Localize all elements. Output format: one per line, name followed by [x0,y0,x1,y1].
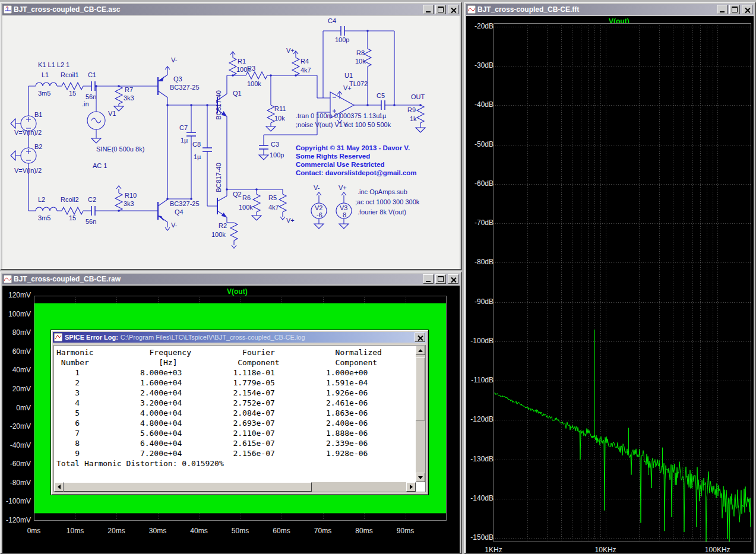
schematic-text: C1 [88,71,96,78]
minimize-button[interactable] [423,5,434,14]
schematic-text: 100k [211,231,226,238]
schematic-window-titlebar[interactable]: BJT_cross-coupled_CB-CE.asc [2,4,460,15]
schematic-text: .inc OpAmps.sub [358,188,407,195]
fft-y-tick-label: -80dB [466,258,494,266]
horizontal-scrollbar[interactable] [54,482,416,492]
schematic-text: -6 [317,211,322,219]
waveform-window-titlebar[interactable]: BJT_cross-coupled_CB-CE.raw [2,274,460,284]
fourier-analysis-text: Harmonic Frequency Fourier Normalized Nu… [54,346,425,468]
maximize-icon [438,276,444,282]
raw-y-tick-label: -60mV [4,460,31,468]
schematic-text: Q3 [173,75,182,83]
vertical-scrollbar[interactable] [416,346,425,482]
schematic-text: 1k [410,115,417,122]
schematic-text: 3k3 [124,94,134,102]
scroll-up-button[interactable] [416,346,425,355]
close-icon [451,277,456,282]
fft-y-tick-label: -130dB [466,455,494,463]
schematic-text: Contact: davorslistdepot@gmail.com [296,169,417,176]
schematic-text: V- [171,221,178,229]
schematic-text: 8 [343,211,346,219]
horizontal-scroll-thumb[interactable] [64,482,312,492]
schematic-drawing: K1 L1 L2 1L13m5Rcoil115C156nR73k3Q3BC327… [2,16,460,269]
schematic-text: 56n [86,93,96,100]
fft-x-tick-label: 1KHz [476,546,511,553]
schematic-text: V3 [340,204,347,211]
fft-plot-area: V(out) -20dB-30dB-40dB-50dB-60dB-70dB-80… [466,16,754,553]
schematic-text: BC327-25 [170,84,200,91]
schematic-text: R1 [238,58,246,65]
schematic-window-title: BJT_cross-coupled_CB-CE.asc [14,5,421,14]
minimize-button[interactable] [717,5,727,14]
fft-y-tick-label: -40dB [466,100,494,109]
maximize-icon [438,7,444,12]
waveform-window: BJT_cross-coupled_CB-CE.raw V(out) 120mV… [0,271,462,554]
bjt-arrow-icon [158,77,164,81]
scroll-left-button[interactable] [54,482,64,492]
raw-y-tick-label: -20mV [4,422,31,430]
schematic-text: R11 [274,105,286,112]
waveform-plot-area: V(out) 120mV100mV80mV60mV40mV20mV0mV-20m… [2,286,460,553]
schematic-text: V- [343,121,350,128]
fft-window-title: BJT_cross-coupled_CB-CE.fft [477,5,715,14]
scroll-right-button[interactable] [406,482,416,492]
close-button[interactable] [448,5,458,14]
raw-x-tick-label: 0ms [16,527,52,535]
fft-y-tick-label: -90dB [466,297,494,306]
spice-error-log-path: C:\Program Files\LTC\LTspiceIV\BJT_cross… [121,334,412,341]
raw-y-tick-label: 120mV [4,291,31,299]
schematic-text: .in [82,100,89,107]
schematic-canvas-area[interactable]: K1 L1 L2 1L13m5Rcoil115C156nR73k3Q3BC327… [2,16,460,269]
vertical-scroll-thumb[interactable] [416,357,425,420]
schematic-text: R6 [242,194,251,201]
schematic-text: L1 [42,71,49,78]
minimize-icon [426,11,431,12]
schematic-text: V- [171,56,178,64]
schematic-text: R4 [300,58,309,65]
schematic-text: 4k7 [300,67,311,74]
schematic-text: 10k [355,58,366,65]
schematic-text: R10 [125,192,137,199]
schematic-text: 100p [270,151,284,159]
close-button[interactable] [448,274,458,284]
schematic-text: R9 [407,106,416,113]
schematic-text: 1µ [181,137,188,144]
schematic-text: SINE(0 500u 8k) [96,145,144,153]
minimize-button[interactable] [423,274,434,284]
schematic-text: 56n [86,218,96,225]
maximize-button[interactable] [435,5,446,14]
spice-error-log-titlebar[interactable]: SPICE Error Log: C:\Program Files\LTC\LT… [53,332,426,343]
raw-y-tick-label: 40mV [4,366,31,374]
fft-plot-canvas[interactable] [494,23,751,542]
maximize-button[interactable] [435,274,446,284]
schematic-text: V+ [339,184,347,191]
raw-x-tick-label: 80ms [346,527,382,535]
schematic-text: V+ [343,84,352,91]
spice-error-log-dialog: SPICE Error Log: C:\Program Files\LTC\LT… [50,330,429,495]
raw-trace-label[interactable]: V(out) [227,287,248,296]
raw-y-tick-label: -40mV [4,441,31,449]
close-button[interactable] [742,5,752,14]
schematic-text: Rcoil2 [61,196,79,203]
ltspice-schematic-icon [4,5,12,14]
schematic-text: 3m5 [38,214,50,221]
raw-x-tick-label: 60ms [264,527,299,535]
scroll-down-button[interactable] [416,473,425,482]
schematic-text: R3 [247,65,255,72]
fft-plot[interactable]: V(out) -20dB-30dB-40dB-50dB-60dB-70dB-80… [466,16,754,553]
schematic-text: TL072 [349,80,368,87]
close-icon [745,7,750,12]
schematic-text: Q1 [233,90,242,97]
schematic-text: L2 [38,196,45,203]
arrow-right-icon [410,485,415,489]
schematic-text: R7 [125,86,133,93]
fft-x-tick-label: 100KHz [700,546,735,553]
fft-y-tick-label: -140dB [466,494,494,502]
schematic-text: 100p [335,36,349,43]
schematic-text: V- [314,184,320,191]
maximize-button[interactable] [729,5,740,14]
schematic-text: 100k [239,204,253,211]
dialog-close-button[interactable] [415,333,425,342]
schematic-text: V+ [286,47,295,54]
fft-window-titlebar[interactable]: BJT_cross-coupled_CB-CE.fft [466,4,754,15]
